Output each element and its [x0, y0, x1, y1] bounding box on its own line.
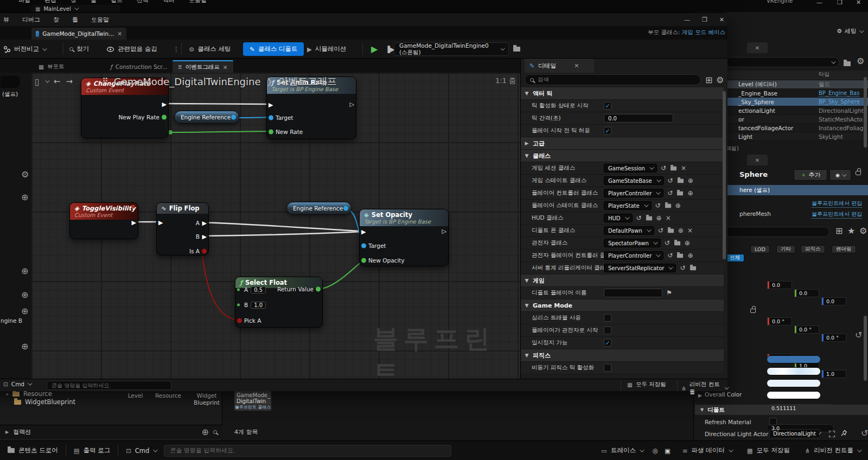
main-menu-item-7[interactable]: 도움말	[189, 0, 207, 6]
class-select[interactable]: HUD	[604, 214, 633, 222]
delegate-pin[interactable]	[131, 205, 135, 208]
transform-field-1-0[interactable]: 0.0 °	[767, 317, 792, 325]
asset-tab[interactable]: GameMode_DigitalTwin... ✕	[31, 28, 126, 40]
class-select[interactable]: PlayerController	[604, 251, 663, 260]
parent-class-link[interactable]: 게임 모드 베이스	[682, 29, 725, 35]
outliner-scrollbar[interactable]	[864, 77, 867, 148]
float-out-pin[interactable]	[162, 115, 167, 120]
exec-in-pin[interactable]: ▶	[158, 220, 163, 226]
diff-button[interactable]: 버전비교	[3, 42, 46, 56]
grid-view-icon[interactable]: ⊞	[835, 226, 843, 236]
swatch-white[interactable]	[767, 391, 821, 399]
browse-icon[interactable]	[676, 191, 684, 196]
browse-icon[interactable]	[677, 178, 684, 183]
swatch-blue[interactable]	[767, 355, 821, 363]
asset-tile-label[interactable]: Resource	[149, 392, 187, 399]
class-defaults-button[interactable]: ✎ 클래스 디폴트	[243, 42, 304, 56]
filter-chip-all[interactable]: 전체	[725, 254, 744, 262]
reset-icon[interactable]: ↺	[636, 214, 642, 222]
reset-icon[interactable]: ↺	[658, 227, 663, 234]
details-settings-icon[interactable]: ⚙	[716, 75, 724, 85]
transform-field-1-2[interactable]: 0.0 °	[821, 334, 846, 342]
class-select[interactable]: PlayerController	[604, 189, 663, 197]
add-icon[interactable]: ⊕	[21, 266, 28, 276]
all-saved-button[interactable]: ▦ 모두 저장됨	[739, 441, 797, 460]
content-drawer-button[interactable]: 콘텐츠 드로어	[0, 441, 66, 460]
event-graph-canvas[interactable]: ▯ ← → ⠿ GameMode_DigitalTwinEngine ❯ 이벤트…	[31, 73, 520, 379]
node-engine-reference[interactable]: Engine Reference	[174, 111, 239, 124]
filter-chip-0[interactable]: LOD	[750, 245, 770, 253]
debug-object-dropdown[interactable]: GameMode_DigitalTwinEngine0 (스폰됨)	[394, 42, 509, 56]
exec-in-pin[interactable]: ▶	[361, 229, 366, 235]
find-button[interactable]: 찾기	[69, 42, 89, 56]
node-engine-reference[interactable]: Engine Reference	[286, 202, 352, 215]
details-section-21[interactable]: ▼피직스	[521, 349, 724, 362]
add-icon[interactable]: ⊕	[21, 290, 28, 300]
details-section-17[interactable]: ▼Game Mode	[521, 299, 724, 312]
lock-icon[interactable]	[856, 167, 861, 177]
reset-icon[interactable]: ↺	[861, 428, 868, 438]
refresh-material-checkbox[interactable]	[769, 418, 777, 425]
actor-details-tab[interactable]: ✕	[747, 155, 768, 165]
pin-value-field[interactable]: 1.0	[251, 302, 266, 309]
exec-out-pin[interactable]: ▶	[162, 101, 167, 107]
outliner-search-dropdown[interactable]	[726, 57, 839, 67]
close-icon[interactable]: ✕	[117, 30, 122, 37]
reset-icon[interactable]: ↺	[665, 239, 670, 247]
trace-button[interactable]: ▭ 트레이스	[593, 441, 650, 460]
class-select[interactable]: PlayerState	[604, 201, 652, 210]
scale-lock-icon[interactable]	[750, 305, 756, 315]
search-icon[interactable]	[213, 430, 217, 434]
checkbox[interactable]: ✓	[604, 127, 611, 135]
revision-control-button[interactable]: ⋔ 리비전 컨트롤	[681, 381, 727, 396]
add-icon[interactable]: ⊕	[675, 202, 681, 209]
play-button[interactable]: ▶	[371, 42, 378, 56]
bp-menu-item-0[interactable]: 뷰	[3, 16, 9, 24]
main-minimize-button[interactable]: —	[816, 0, 822, 6]
asset-tile-label[interactable]: Level	[120, 392, 150, 399]
reset-icon[interactable]: ↺	[668, 177, 673, 184]
object-in-pin[interactable]	[269, 116, 273, 120]
details-section-0[interactable]: ▼액터 틱	[521, 87, 724, 100]
browse-icon[interactable]	[670, 166, 677, 171]
grid-view-icon[interactable]: ⊞	[705, 75, 712, 85]
reroute-node[interactable]	[168, 130, 173, 135]
bool-out-pin[interactable]	[202, 249, 207, 254]
hide-unrelated-button[interactable]: 관련없음 숨김	[106, 42, 157, 56]
browse-icon[interactable]	[690, 266, 697, 271]
value-field[interactable]: 0.0	[604, 114, 673, 123]
exec-out-pin[interactable]: ▶	[202, 234, 207, 240]
node-toggle-visibility[interactable]: ◈ToggleVisibility Custom Event ▶	[69, 202, 138, 239]
details-search[interactable]: 검색	[525, 74, 701, 85]
pin-value-field[interactable]: 0.5	[251, 286, 266, 293]
transform-field-0-2[interactable]: 0.0	[821, 297, 846, 305]
add-component-button[interactable]: ＋ 추가	[794, 169, 827, 181]
asset-tile-label[interactable]: Widget Blueprint	[187, 392, 226, 406]
actor-type[interactable]: BP_Engine_Bas	[819, 90, 859, 97]
tab-construction-script[interactable]: ƒ Construction Scr...	[105, 60, 173, 73]
reset-icon[interactable]: ↺	[667, 189, 673, 197]
class-select[interactable]: DefaultPawn	[604, 226, 654, 235]
asset-tile-selected[interactable]: GameMode_ DigitalTwin 블루프린트 클래스	[234, 391, 271, 411]
exec-out-pin[interactable]: ▶	[132, 220, 136, 226]
exec-out-pin[interactable]: ▶	[202, 220, 207, 226]
browse-icon[interactable]	[646, 216, 653, 221]
class-select[interactable]: GameSession	[604, 164, 657, 173]
edit-in-blueprint-link[interactable]: 블루프린트에서 편집	[812, 210, 862, 219]
folder-item-widgetblueprint[interactable]: WidgetBlueprint	[14, 398, 75, 406]
actor-type[interactable]: BP_Sky_Sphere	[819, 99, 860, 105]
more-options-icon[interactable]: ⋮	[173, 42, 180, 56]
blueprint-dropdown-button[interactable]: ◉	[829, 169, 851, 181]
browse-icon[interactable]	[676, 253, 684, 258]
tab-details[interactable]: ✎ 디테일 ✕	[525, 59, 594, 73]
browse-to-asset-icon[interactable]	[513, 42, 520, 56]
bp-minimize-button[interactable]: —	[684, 16, 690, 23]
browse-icon[interactable]	[665, 203, 672, 208]
pick-actor-icon[interactable]: ⛶	[829, 429, 835, 439]
actor-details-search[interactable]	[726, 227, 829, 237]
object-in-pin[interactable]	[361, 244, 366, 248]
class-settings-button[interactable]: ⚙ 클래스 세팅	[189, 42, 231, 56]
checkbox[interactable]	[604, 314, 611, 322]
object-out-pin[interactable]	[231, 115, 236, 120]
bp-menu-item-3[interactable]: 틀	[72, 16, 78, 24]
